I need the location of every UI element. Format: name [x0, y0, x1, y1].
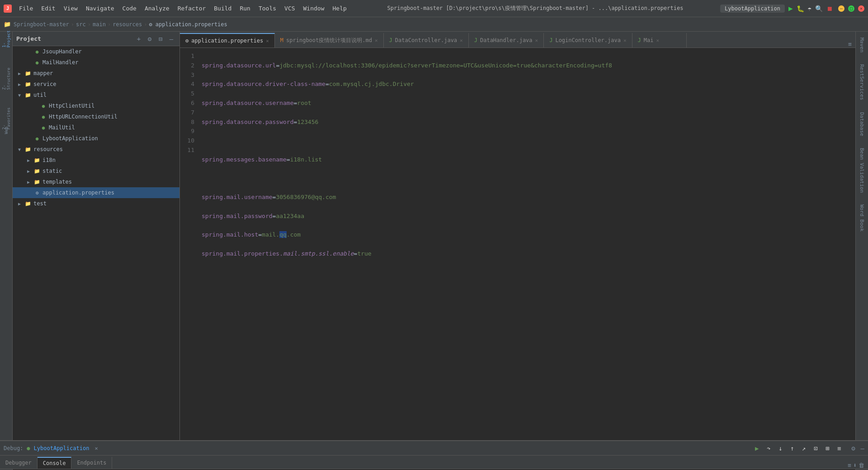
code-editor[interactable]: 1 2 3 4 5 6 7 8 9 10 11 spring.datasourc… — [180, 48, 855, 440]
tab-list-button[interactable]: ≡ — [848, 41, 852, 47]
run-cursor-button[interactable]: ↗ — [799, 443, 809, 453]
right-sidebar-rest[interactable]: RestServices — [858, 60, 866, 104]
tab-data-controller[interactable]: J DataController.java ✕ — [384, 33, 469, 47]
stop-button[interactable]: ⏹ — [826, 5, 833, 12]
tree-item-mapper[interactable]: ▶ 📁 mapper — [13, 68, 179, 79]
right-sidebar-database[interactable]: Database — [858, 108, 866, 140]
right-sidebar-maven[interactable]: Maven — [858, 33, 866, 57]
menu-edit[interactable]: Edit — [38, 4, 59, 13]
tree-item-static[interactable]: ▶ 📁 static — [13, 166, 179, 176]
menu-tools[interactable]: Tools — [255, 4, 280, 13]
menu-help[interactable]: Help — [329, 4, 350, 13]
add-icon[interactable]: + — [134, 34, 143, 43]
resume-button[interactable]: ▶ — [752, 443, 762, 453]
tab-data-handler[interactable]: J DataHandler.java ✕ — [469, 33, 544, 47]
tab-close-button[interactable]: ✕ — [535, 38, 538, 43]
tab-close-button[interactable]: ✕ — [375, 38, 378, 43]
tree-item-lyboot[interactable]: ● LybootApplication — [13, 133, 179, 144]
tab-close-button[interactable]: ✕ — [460, 38, 463, 43]
java-class-icon: ● — [33, 59, 41, 66]
menu-build[interactable]: Build — [210, 4, 235, 13]
tab-app-properties[interactable]: ⚙ application.properties ✕ — [180, 33, 275, 47]
tree-item-httpurl[interactable]: ● HttpURLConnectionUtil — [13, 111, 179, 122]
menu-analyze[interactable]: Analyze — [141, 4, 173, 13]
scroll-end-icon[interactable]: ⬇ — [853, 462, 857, 469]
tab-springboot-md[interactable]: M springboot疫情统计项目说明.md ✕ — [275, 33, 384, 47]
tree-item-mail[interactable]: ● MailHandler — [13, 57, 179, 68]
menu-view[interactable]: View — [60, 4, 81, 13]
tab-close-button[interactable]: ✕ — [623, 38, 627, 43]
variables-button[interactable]: ≡ — [834, 443, 844, 453]
tree-item-service[interactable]: ▶ 📁 service — [13, 79, 179, 90]
structure-icon[interactable]: Z-Structure — [1, 73, 12, 84]
breadcrumb-src[interactable]: src — [76, 21, 86, 28]
close-button[interactable]: ✕ — [858, 5, 864, 12]
console-tab[interactable]: Console — [38, 457, 72, 469]
tree-item-test[interactable]: ▶ 📁 test — [13, 198, 179, 209]
frames-button[interactable]: ⊞ — [822, 443, 832, 453]
minimize-debug-icon[interactable]: — — [861, 445, 864, 452]
debug-title-label: Debug: — [4, 445, 23, 451]
tree-item-mailutil[interactable]: ● MailUtil — [13, 122, 179, 133]
debugger-tab[interactable]: Debugger — [0, 457, 38, 469]
settings-icon[interactable]: ⚙ — [851, 445, 855, 452]
debug-app-name[interactable]: LybootApplication — [34, 445, 90, 451]
tree-item-resources[interactable]: ▼ 📁 resources — [13, 144, 179, 155]
breadcrumb-main[interactable]: main — [93, 21, 106, 28]
arrow-icon: ▼ — [18, 93, 24, 98]
run-button[interactable]: ▶ — [788, 4, 793, 13]
minimize-button[interactable]: — — [838, 5, 844, 12]
java-tab-icon: J — [474, 37, 477, 43]
collapse-icon[interactable]: ⊟ — [156, 34, 165, 43]
endpoints-tab[interactable]: Endpoints — [71, 457, 112, 469]
tab-close-button[interactable]: ✕ — [656, 38, 659, 43]
menu-run[interactable]: Run — [236, 4, 254, 13]
menu-code[interactable]: Code — [119, 4, 140, 13]
code-line-8: spring.mail.username=3056836976@qq.com — [202, 193, 855, 202]
right-sidebar-bean[interactable]: Bean Validation — [858, 144, 866, 197]
breadcrumb-project[interactable]: Springboot-master — [14, 21, 69, 28]
search-button[interactable]: 🔍 — [815, 5, 823, 12]
debug-tabs: Debugger Console Endpoints ≡ ⬇ 🗑 — [0, 456, 868, 469]
menu-file[interactable]: File — [15, 4, 37, 13]
breadcrumb-resources[interactable]: resources — [113, 21, 142, 28]
window-title: Springboot-master [D:\project\pro\s\疫情管理… — [350, 5, 720, 12]
evaluate-button[interactable]: ⊡ — [811, 443, 821, 453]
maximize-button[interactable]: □ — [848, 5, 854, 12]
tree-item-httpclient[interactable]: ● HttpClientUtil — [13, 100, 179, 111]
titlebar: J File Edit View Navigate Code Analyze R… — [0, 0, 868, 17]
favorites-icon[interactable]: 2-Favorites — [1, 113, 12, 124]
java-class-icon: ● — [40, 124, 47, 131]
clear-console-icon[interactable]: 🗑 — [859, 462, 864, 469]
step-out-button[interactable]: ↑ — [787, 443, 797, 453]
right-sidebar-word[interactable]: Word Book — [858, 200, 866, 236]
tree-item-i18n[interactable]: ▶ 📁 i18n — [13, 155, 179, 166]
tab-login-controller[interactable]: J LoginController.java ✕ — [544, 33, 632, 47]
coverage-button[interactable]: ☂ — [808, 5, 811, 12]
debugger-tab-label: Debugger — [5, 460, 32, 466]
minimize-panel-icon[interactable]: — — [167, 34, 176, 43]
tree-item-util[interactable]: ▼ 📁 util — [13, 90, 179, 100]
settings-icon[interactable]: ⚙ — [145, 34, 154, 43]
menu-vcs[interactable]: VCS — [281, 4, 298, 13]
project-icon[interactable]: 1-Project — [1, 33, 12, 44]
debug-close-button[interactable]: ✕ — [94, 445, 98, 451]
tree-item-templates[interactable]: ▶ 📁 templates — [13, 176, 179, 187]
tab-close-button[interactable]: ✕ — [266, 38, 269, 44]
web-icon[interactable]: Web — [1, 125, 12, 136]
tree-item-app-props[interactable]: ⚙ application.properties — [13, 187, 179, 198]
menu-window[interactable]: Window — [300, 4, 328, 13]
tree-label: LybootApplication — [42, 135, 98, 142]
debug-button[interactable]: 🐛 — [797, 5, 804, 12]
filter-icon[interactable]: ≡ — [848, 462, 851, 469]
tab-mai[interactable]: J Mai ✕ — [632, 33, 687, 47]
code-content[interactable]: spring.datasource.url=jdbc:mysql://local… — [198, 48, 855, 440]
menu-navigate[interactable]: Navigate — [82, 4, 118, 13]
run-config-selector[interactable]: LybootApplication — [720, 5, 785, 13]
breadcrumb-file[interactable]: ⚙ application.properties — [149, 21, 227, 28]
tree-item-jsoup[interactable]: ● JsoupHandler — [13, 46, 179, 57]
menu-refactor[interactable]: Refactor — [174, 4, 210, 13]
arrow-icon: ▶ — [18, 201, 24, 206]
step-over-button[interactable]: ↷ — [764, 443, 774, 453]
step-into-button[interactable]: ↓ — [775, 443, 785, 453]
